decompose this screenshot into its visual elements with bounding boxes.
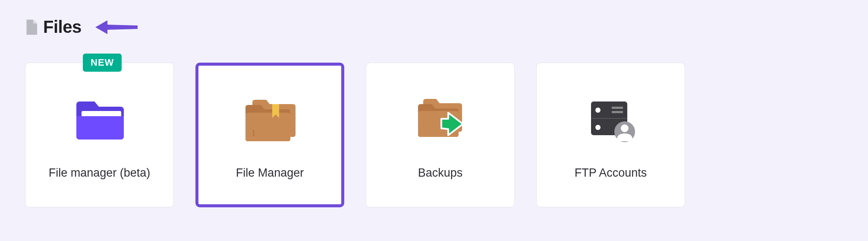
svg-rect-5 [612,107,623,109]
card-backups[interactable]: Backups [366,63,515,207]
section-title: Files [43,17,82,37]
new-badge: NEW [83,54,122,72]
card-label: FTP Accounts [575,166,647,180]
file-icon [25,19,37,35]
folder-purple-icon [74,90,126,151]
card-file-manager[interactable]: 1 File Manager [195,63,344,207]
svg-point-9 [621,124,629,132]
svg-point-3 [595,108,601,113]
folder-share-icon [415,90,466,151]
card-file-manager-beta[interactable]: NEW File manager (beta) [25,63,174,207]
card-label: File Manager [236,166,304,180]
svg-point-4 [595,125,601,130]
svg-text:1: 1 [252,128,256,138]
svg-rect-6 [612,111,623,113]
card-label: Backups [418,166,463,180]
cards-row: NEW File manager (beta) 1 File Manager [0,37,868,207]
section-header: Files [0,0,868,37]
card-label: File manager (beta) [49,166,151,180]
folder-brown-bookmark-icon: 1 [242,90,298,151]
card-ftp-accounts[interactable]: FTP Accounts [536,63,685,207]
server-user-icon [585,90,637,151]
arrow-left-icon [95,19,138,36]
